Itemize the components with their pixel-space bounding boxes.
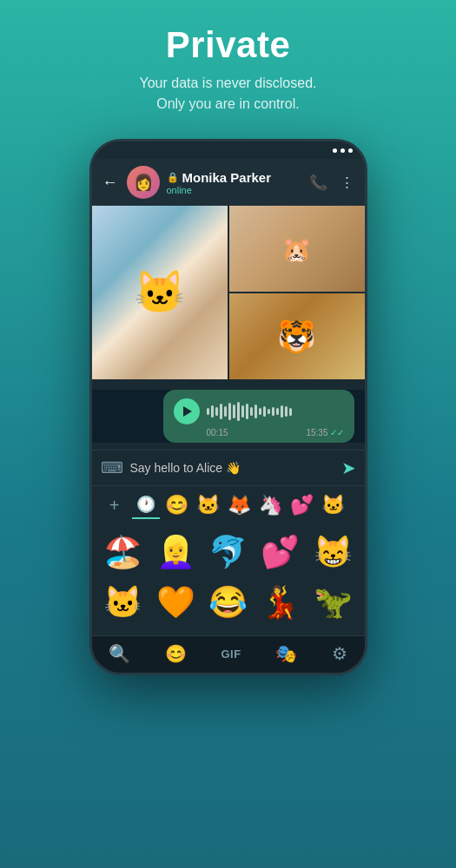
sticker-dinosaur[interactable]: 🦖 bbox=[310, 580, 355, 625]
emoji-icon: 😊 bbox=[165, 643, 187, 664]
wave-bar bbox=[285, 406, 287, 417]
wave-bar bbox=[211, 405, 214, 418]
emoji-4[interactable]: 🦄 bbox=[257, 491, 285, 519]
waveform bbox=[207, 401, 344, 422]
contact-info: 🔒 Monika Parker online bbox=[167, 170, 302, 195]
nav-search[interactable]: 🔍 bbox=[109, 643, 130, 664]
photo-grid bbox=[92, 206, 365, 379]
tiger-photo bbox=[229, 293, 365, 379]
avatar: 👩 bbox=[127, 166, 160, 199]
menu-button[interactable]: ⋮ bbox=[340, 174, 354, 192]
voice-meta: 00:15 15:35 ✓✓ bbox=[174, 428, 344, 437]
nav-settings[interactable]: ⚙ bbox=[332, 643, 347, 664]
wave-bar bbox=[272, 407, 274, 416]
phone-mockup: ← 👩 🔒 Monika Parker online 📞 ⋮ bbox=[89, 139, 367, 675]
sticker-pink-cat[interactable]: 🐱 bbox=[101, 580, 146, 625]
emoji-toolbar: + 🕐 😊 🐱 🦊 🦄 💕 🐱 bbox=[92, 485, 365, 524]
signal-icon bbox=[333, 148, 337, 153]
keyboard-icon[interactable]: ⌨ bbox=[101, 458, 123, 477]
wave-bar bbox=[246, 404, 248, 419]
play-icon bbox=[183, 406, 192, 417]
battery-icon bbox=[348, 148, 353, 153]
play-button[interactable] bbox=[174, 398, 200, 424]
search-icon: 🔍 bbox=[109, 643, 130, 664]
wave-bar bbox=[254, 404, 257, 418]
voice-time: 15:35 ✓✓ bbox=[306, 428, 343, 437]
send-button[interactable]: ➤ bbox=[341, 457, 356, 478]
bottom-nav: 🔍 😊 GIF 🎭 ⚙ bbox=[92, 635, 365, 673]
cat-photo bbox=[92, 206, 228, 379]
wave-bar bbox=[224, 406, 227, 417]
emoji-3[interactable]: 🦊 bbox=[226, 491, 254, 519]
voice-duration: 00:15 bbox=[207, 428, 228, 437]
wave-bar bbox=[268, 409, 270, 414]
message-input[interactable]: Say hello to Alice 👋 bbox=[130, 461, 334, 475]
voice-message-bubble: 00:15 15:35 ✓✓ bbox=[163, 390, 354, 443]
wave-bar bbox=[259, 408, 261, 415]
gif-icon: GIF bbox=[221, 648, 241, 661]
nav-gif[interactable]: GIF bbox=[221, 648, 241, 661]
read-receipt: ✓✓ bbox=[330, 428, 344, 437]
wifi-icon bbox=[340, 148, 345, 153]
back-button[interactable]: ← bbox=[102, 174, 118, 192]
wave-bar bbox=[215, 407, 218, 416]
emoji-6[interactable]: 🐱 bbox=[320, 491, 347, 519]
sticker-dance[interactable]: 💃 bbox=[258, 580, 303, 625]
wave-bar bbox=[228, 403, 231, 420]
nav-emoji[interactable]: 😊 bbox=[165, 643, 187, 664]
wave-bar bbox=[237, 402, 240, 421]
wave-bar bbox=[289, 408, 292, 416]
recent-tab[interactable]: 🕐 bbox=[132, 491, 160, 519]
contact-status: online bbox=[167, 185, 302, 195]
header-actions: 📞 ⋮ bbox=[309, 174, 354, 192]
emoji-5[interactable]: 💕 bbox=[288, 491, 316, 519]
hamster-photo bbox=[229, 206, 365, 292]
sticker-row-1: 🏖️ 👱‍♀️ 🐬 💕 😸 bbox=[99, 529, 358, 575]
call-button[interactable]: 📞 bbox=[309, 174, 327, 192]
lock-icon: 🔒 bbox=[167, 172, 179, 183]
wave-bar bbox=[233, 404, 235, 418]
wave-bar bbox=[207, 408, 209, 415]
sticker-hearts[interactable]: 💕 bbox=[258, 529, 303, 575]
emoji-2[interactable]: 🐱 bbox=[195, 491, 222, 519]
nav-sticker[interactable]: 🎭 bbox=[275, 643, 297, 664]
sticker-gingerbread[interactable]: 🧡 bbox=[153, 580, 198, 625]
sticker-laughing[interactable]: 😂 bbox=[205, 580, 250, 625]
settings-icon: ⚙ bbox=[332, 643, 347, 664]
sticker-icon: 🎭 bbox=[275, 643, 297, 664]
wave-bar bbox=[220, 404, 222, 419]
chat-area: 00:15 15:35 ✓✓ bbox=[92, 390, 365, 443]
voice-content bbox=[174, 398, 344, 424]
contact-name: 🔒 Monika Parker bbox=[167, 170, 302, 185]
sticker-woman[interactable]: 👱‍♀️ bbox=[153, 529, 198, 575]
chat-header: ← 👩 🔒 Monika Parker online 📞 ⋮ bbox=[92, 159, 365, 206]
input-bar: ⌨ Say hello to Alice 👋 ➤ bbox=[92, 450, 365, 485]
hero-subtitle: Your data is never disclosed. Only you a… bbox=[140, 73, 317, 115]
wave-bar bbox=[281, 405, 283, 418]
wave-bar bbox=[263, 406, 266, 417]
add-sticker-button[interactable]: + bbox=[101, 491, 129, 519]
sticker-section: 🏖️ 👱‍♀️ 🐬 💕 😸 🐱 🧡 😂 💃 🦖 bbox=[92, 524, 365, 635]
sticker-dolphin[interactable]: 🐬 bbox=[205, 529, 250, 575]
status-bar bbox=[92, 141, 365, 159]
wave-bar bbox=[250, 407, 253, 416]
page-title: Private bbox=[166, 24, 291, 66]
sticker-cat-glasses[interactable]: 😸 bbox=[310, 529, 355, 575]
wave-bar bbox=[276, 408, 279, 415]
wave-bar bbox=[241, 405, 244, 418]
sticker-beach[interactable]: 🏖️ bbox=[101, 529, 146, 575]
emoji-1[interactable]: 😊 bbox=[163, 491, 191, 519]
sticker-row-2: 🐱 🧡 😂 💃 🦖 bbox=[99, 580, 358, 625]
